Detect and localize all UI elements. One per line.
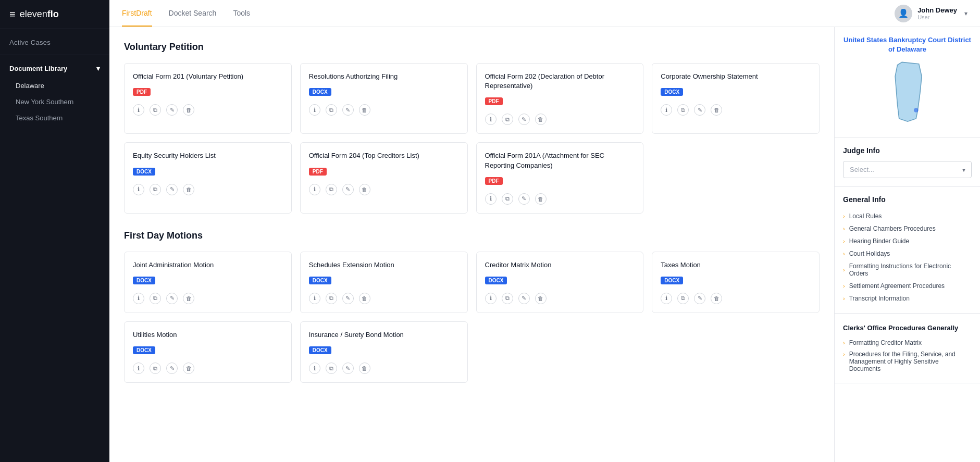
copy-icon[interactable]: ⧉ (677, 104, 689, 116)
trash-icon[interactable]: 🗑 (535, 293, 547, 304)
document-card[interactable]: Equity Security Holders List DOCX ℹ ⧉ ✎ … (124, 142, 292, 213)
info-icon[interactable]: ℹ (133, 363, 144, 374)
info-icon[interactable]: ℹ (133, 104, 144, 116)
edit-icon[interactable]: ✎ (518, 293, 530, 304)
file-type-badge: PDF (133, 88, 151, 96)
copy-icon[interactable]: ⧉ (326, 184, 337, 195)
document-card[interactable]: Joint Administration Motion DOCX ℹ ⧉ ✎ 🗑 (124, 252, 292, 313)
general-info-link[interactable]: ›General Chambers Procedures (843, 222, 972, 235)
document-card[interactable]: Official Form 204 (Top Creditors List) P… (300, 142, 468, 213)
document-card[interactable]: Official Form 201 (Voluntary Petition) P… (124, 63, 292, 134)
copy-icon[interactable]: ⧉ (326, 363, 337, 374)
document-card[interactable]: Corporate Ownership Statement DOCX ℹ ⧉ ✎… (652, 63, 820, 134)
general-info-link[interactable]: ›Formatting Instructions for Electronic … (843, 260, 972, 280)
copy-icon[interactable]: ⧉ (502, 193, 513, 205)
right-panel: United States Bankruptcy Court District … (834, 27, 980, 462)
card-actions: ℹ ⧉ ✎ 🗑 (133, 363, 283, 374)
edit-icon[interactable]: ✎ (166, 363, 178, 374)
file-type-badge: DOCX (133, 346, 155, 354)
info-icon[interactable]: ℹ (309, 104, 320, 116)
court-map (876, 59, 939, 127)
edit-icon[interactable]: ✎ (342, 104, 354, 116)
edit-icon[interactable]: ✎ (518, 114, 530, 125)
info-icon[interactable]: ℹ (485, 293, 497, 304)
edit-icon[interactable]: ✎ (342, 293, 354, 304)
copy-icon[interactable]: ⧉ (326, 104, 337, 116)
document-card[interactable]: Taxes Motion DOCX ℹ ⧉ ✎ 🗑 (652, 252, 820, 313)
trash-icon[interactable]: 🗑 (183, 104, 194, 116)
copy-icon[interactable]: ⧉ (502, 293, 513, 304)
judge-select[interactable]: Select... (843, 161, 972, 178)
file-type-badge: PDF (485, 97, 503, 105)
info-icon[interactable]: ℹ (309, 184, 320, 195)
trash-icon[interactable]: 🗑 (535, 114, 547, 125)
document-card[interactable]: Creditor Matrix Motion DOCX ℹ ⧉ ✎ 🗑 (476, 252, 644, 313)
document-card[interactable]: Insurance / Surety Bond Motion DOCX ℹ ⧉ … (300, 321, 468, 383)
document-card[interactable]: Official Form 202 (Declaration of Debtor… (476, 63, 644, 134)
edit-icon[interactable]: ✎ (694, 104, 705, 116)
document-card[interactable]: Resolutions Authorizing Filing DOCX ℹ ⧉ … (300, 63, 468, 134)
trash-icon[interactable]: 🗑 (359, 363, 370, 374)
copy-icon[interactable]: ⧉ (150, 184, 161, 195)
trash-icon[interactable]: 🗑 (535, 193, 547, 205)
edit-icon[interactable]: ✎ (694, 293, 705, 304)
info-icon[interactable]: ℹ (133, 293, 144, 304)
info-icon[interactable]: ℹ (133, 184, 144, 195)
tab-firstdraft[interactable]: FirstDraft (122, 1, 152, 27)
edit-icon[interactable]: ✎ (166, 104, 178, 116)
card-title: Official Form 201A (Attachment for SEC R… (485, 151, 635, 170)
info-icon[interactable]: ℹ (485, 114, 497, 125)
trash-icon[interactable]: 🗑 (183, 293, 194, 304)
edit-icon[interactable]: ✎ (342, 363, 354, 374)
trash-icon[interactable]: 🗑 (183, 184, 194, 195)
copy-icon[interactable]: ⧉ (326, 293, 337, 304)
main-wrapper: FirstDraft Docket Search Tools 👤 John De… (109, 0, 980, 462)
card-actions: ℹ ⧉ ✎ 🗑 (133, 293, 283, 304)
sidebar-sub-item-tx-southern[interactable]: Texas Southern (0, 110, 109, 126)
clerks-office-link[interactable]: ›Procedures for the Filing, Service, and… (843, 348, 972, 374)
link-text: Court Holidays (849, 250, 890, 257)
trash-icon[interactable]: 🗑 (183, 363, 194, 374)
link-text: Procedures for the Filing, Service, and … (849, 351, 972, 372)
info-icon[interactable]: ℹ (661, 293, 672, 304)
tab-tools[interactable]: Tools (233, 1, 250, 27)
clerks-office-link[interactable]: ›Formatting Creditor Matrix (843, 337, 972, 348)
edit-icon[interactable]: ✎ (342, 184, 354, 195)
document-card[interactable]: Official Form 201A (Attachment for SEC R… (476, 142, 644, 213)
copy-icon[interactable]: ⧉ (502, 114, 513, 125)
card-actions: ℹ ⧉ ✎ 🗑 (661, 293, 811, 304)
trash-icon[interactable]: 🗑 (711, 104, 722, 116)
copy-icon[interactable]: ⧉ (677, 293, 689, 304)
general-info-link[interactable]: ›Hearing Binder Guide (843, 235, 972, 247)
trash-icon[interactable]: 🗑 (711, 293, 722, 304)
info-icon[interactable]: ℹ (309, 293, 320, 304)
general-info-link[interactable]: ›Settlement Agreement Procedures (843, 280, 972, 292)
info-icon[interactable]: ℹ (309, 363, 320, 374)
info-icon[interactable]: ℹ (485, 193, 497, 205)
card-title: Official Form 202 (Declaration of Debtor… (485, 72, 635, 91)
trash-icon[interactable]: 🗑 (359, 184, 370, 195)
sidebar-item-document-library[interactable]: Document Library ▾ (0, 59, 109, 78)
edit-icon[interactable]: ✎ (518, 193, 530, 205)
user-area[interactable]: 👤 John Dewey User ▾ (895, 5, 967, 22)
edit-icon[interactable]: ✎ (166, 184, 178, 195)
tab-docket-search[interactable]: Docket Search (169, 1, 217, 27)
court-header: United States Bankruptcy Court District … (835, 27, 980, 138)
sidebar-sub-item-ny-southern[interactable]: New York Southern (0, 94, 109, 110)
trash-icon[interactable]: 🗑 (359, 104, 370, 116)
document-card[interactable]: Schedules Extension Motion DOCX ℹ ⧉ ✎ 🗑 (300, 252, 468, 313)
card-title: Resolutions Authorizing Filing (309, 72, 459, 81)
document-card[interactable]: Utilities Motion DOCX ℹ ⧉ ✎ 🗑 (124, 321, 292, 383)
info-icon[interactable]: ℹ (661, 104, 672, 116)
clerks-office-links: ›Formatting Creditor Matrix›Procedures f… (843, 337, 972, 374)
general-info-link[interactable]: ›Transcript Information (843, 292, 972, 305)
copy-icon[interactable]: ⧉ (150, 293, 161, 304)
general-info-link[interactable]: ›Local Rules (843, 210, 972, 222)
edit-icon[interactable]: ✎ (166, 293, 178, 304)
general-info-link[interactable]: ›Court Holidays (843, 247, 972, 260)
trash-icon[interactable]: 🗑 (359, 293, 370, 304)
copy-icon[interactable]: ⧉ (150, 363, 161, 374)
copy-icon[interactable]: ⧉ (150, 104, 161, 116)
chevron-right-icon: › (843, 295, 845, 302)
sidebar-sub-item-delaware[interactable]: Delaware (0, 78, 109, 94)
